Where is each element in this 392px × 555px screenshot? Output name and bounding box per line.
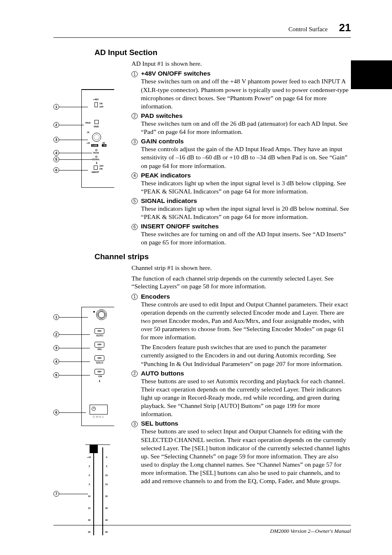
ad-section-title: AD Input Section <box>95 48 351 57</box>
ad-b-1: These switches turn on and off the +48 V… <box>141 77 351 111</box>
fader-slot <box>93 453 94 535</box>
tr5: 30 <box>105 507 108 509</box>
page-footer: DM2000 Version 2—Owner's Manual <box>53 525 351 534</box>
ad-co-1: 1 <box>53 104 59 110</box>
ad-b-2: These switches turn on and off the 26 dB… <box>141 120 351 136</box>
tr3: 15 <box>105 483 108 486</box>
tr1: 5 <box>106 465 107 467</box>
lbl-48v: +48V <box>93 98 99 101</box>
ad-h-2: PAD switches <box>141 112 182 120</box>
lbl-off: OFF <box>99 106 104 108</box>
lbl-adch: 1 <box>96 161 97 165</box>
tl5: 15 <box>88 507 90 509</box>
ad-num-5: 5 <box>131 198 138 204</box>
ad-h-5: SIGNAL indicators <box>141 197 197 205</box>
lbl-solo: SOLO <box>96 362 103 364</box>
ad-intro: AD Input #1 is shown here. <box>131 60 351 67</box>
cs-b-1a: These controls are used to edit Input an… <box>141 300 351 342</box>
lbl-cson: ON <box>98 375 102 378</box>
tr6: 40 <box>105 519 108 521</box>
lbl-gain-l: +10 <box>86 142 90 144</box>
page-header: Control Surface 21 <box>53 21 351 38</box>
lbl-gain-max: -34 <box>102 144 106 147</box>
ad-num-2: 2 <box>131 113 138 119</box>
cs-h-1: Encoders <box>141 293 170 300</box>
lbl-signal: SIGNAL <box>92 158 100 161</box>
ad-num-1: 1 <box>131 71 138 77</box>
ad-co-3: 3 <box>53 137 59 143</box>
lbl-gain-min: -16 <box>86 131 89 134</box>
cs-co-5: 5 <box>53 372 59 378</box>
cs-co-7: 7 <box>53 491 59 497</box>
tr0: 0 <box>106 456 107 458</box>
cs-num-3: 3 <box>131 421 138 427</box>
encoder-knob <box>96 309 107 320</box>
cs-co-2: 2 <box>53 332 59 337</box>
ad-num-3: 3 <box>131 139 138 145</box>
ad-h-4: PEAK indicators <box>141 172 191 179</box>
cs-co-3: 3 <box>53 345 59 351</box>
btn-solo <box>95 355 104 361</box>
led-signal <box>95 156 97 158</box>
chapter-tab <box>351 60 392 89</box>
lbl-peak: PEAK <box>93 152 99 154</box>
tl4: 10 <box>88 495 90 497</box>
sw-insert <box>94 166 98 170</box>
cs-b-3: These buttons are used to select Input a… <box>141 427 351 485</box>
cs-intro1: Channel strip #1 is shown here. <box>131 264 351 272</box>
ad-num-4: 4 <box>131 173 138 179</box>
ad-h-6: INSERT ON/OFF switches <box>141 223 219 230</box>
ad-b-4: These indicators light up when the input… <box>141 179 351 196</box>
cs-num-2: 2 <box>131 371 138 377</box>
ad-h-3: GAIN controls <box>141 138 184 145</box>
ad-co-6: 6 <box>53 167 59 173</box>
lbl-26db: 26dB <box>94 125 99 128</box>
btn-on <box>95 369 104 375</box>
ad-b-3: These controls adjust the gain of the AD… <box>141 145 351 170</box>
cs-co-1: 1 <box>53 314 59 320</box>
tl1: 5 <box>89 465 90 467</box>
cs-h-3: SEL buttons <box>141 420 178 427</box>
lbl-ins-on: ON <box>99 168 103 170</box>
cs-b-1b: The Encoders feature push switches that … <box>141 343 351 368</box>
cs-co-4: 4 <box>53 359 59 364</box>
btn-sel <box>95 342 104 348</box>
clock-icon <box>92 407 96 411</box>
sw-pad <box>95 120 99 124</box>
lbl-csch: 1 <box>99 379 100 383</box>
sw-48v <box>95 102 98 107</box>
btn-auto <box>95 328 104 334</box>
fader-cap-icon <box>90 445 98 453</box>
fader-slot-2 <box>102 447 103 535</box>
ad-b-5: These indicators light up when the input… <box>141 205 351 221</box>
ad-co-2: 2 <box>53 122 59 128</box>
lbl-on: ON <box>99 102 103 105</box>
header-section: Control Surface <box>288 26 327 32</box>
lbl-auto: AUTO <box>96 334 103 337</box>
tl6: 20 <box>88 519 90 521</box>
led-peak <box>95 149 97 151</box>
tr2: 10 <box>105 474 108 477</box>
cs-num-1: 1 <box>131 294 138 300</box>
ad-diagram: 1 2 3 4 5 6 +48V ON OFF PAD 26dB -16 +10… <box>53 89 119 208</box>
lbl-sel: SEL <box>97 348 102 350</box>
encoder-dot-icon <box>93 311 95 313</box>
knob-gain <box>92 133 101 142</box>
cs-diagram: 1 2 3 4 5 6 7 AUTO SEL SOLO ON 1 <box>53 307 119 537</box>
cs-intro2: The function of each channel strip depen… <box>131 274 351 290</box>
tl2: 0 <box>89 474 90 477</box>
ad-num-6: 6 <box>131 224 138 230</box>
lbl-ins-off: OFF <box>99 165 104 167</box>
ad-co-4: 4 <box>53 150 59 156</box>
ad-b-6: These switches are for turning on and of… <box>141 230 351 246</box>
ad-h-1: +48V ON/OFF switches <box>141 70 210 77</box>
tl0: +10 <box>87 456 91 458</box>
cs-co-6: 6 <box>53 410 59 415</box>
scribble-display <box>90 405 108 415</box>
cs-b-2: These buttons are used to set Automix re… <box>141 377 351 419</box>
page-number: 21 <box>339 21 351 34</box>
cs-h-2: AUTO buttons <box>141 370 184 377</box>
ad-co-5: 5 <box>53 157 59 162</box>
lbl-insert: INSERT <box>92 171 99 173</box>
cs-section-title: Channel strips <box>95 252 351 261</box>
